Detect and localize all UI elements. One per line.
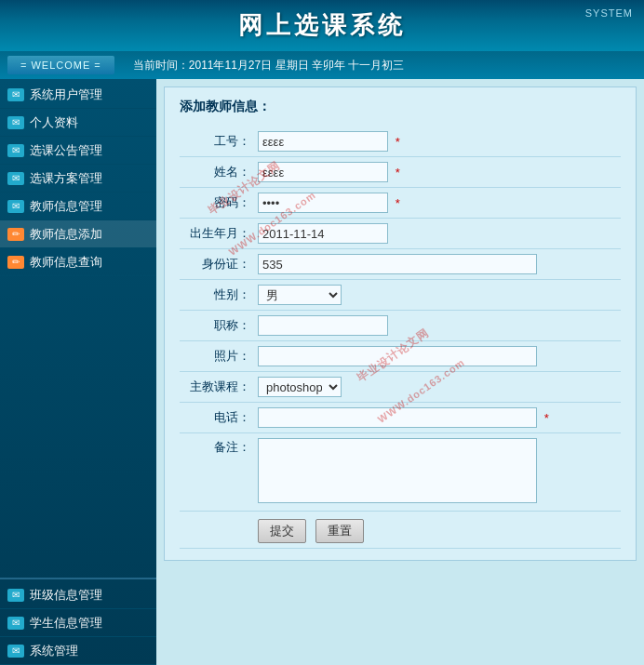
sidebar-item-plan[interactable]: 选课方案管理: [0, 165, 156, 193]
envelope-icon: [7, 172, 24, 185]
header: 网上选课系统 SYSTEM: [0, 0, 644, 51]
sidebar-item-student[interactable]: 学生信息管理: [0, 609, 156, 637]
required-star: *: [396, 166, 400, 180]
section-title: 添加教师信息：: [180, 99, 621, 115]
sidebar-item-profile[interactable]: 个人资料: [0, 109, 156, 137]
bottom-sidebar: 班级信息管理 学生信息管理 系统管理: [0, 578, 156, 665]
envelope-icon: [7, 116, 24, 129]
sidebar-item-teacher-add[interactable]: 教师信息添加: [0, 220, 156, 248]
sidebar-item-teacher-query[interactable]: 教师信息查询: [0, 248, 156, 276]
reset-button[interactable]: 重置: [315, 519, 364, 543]
table-row: 工号： *: [180, 126, 621, 157]
table-row: 备注：: [180, 433, 621, 512]
submit-button[interactable]: 提交: [258, 519, 306, 543]
required-star: *: [396, 135, 400, 149]
app-title: 网上选课系统: [238, 9, 406, 42]
title-label: 职称：: [180, 311, 254, 341]
course-label: 主教课程：: [180, 372, 254, 403]
sidebar-item-notice[interactable]: 选课公告管理: [0, 137, 156, 165]
required-star: *: [544, 411, 549, 425]
gender-label: 性别：: [180, 280, 254, 311]
table-row: 主教课程： photoshop Illustrator CorelDRAW Fl…: [180, 372, 621, 403]
phone-label: 电话：: [180, 403, 254, 433]
table-row: 姓名： *: [180, 157, 621, 188]
sidebar-label: 个人资料: [30, 114, 78, 131]
sidebar-label: 选课公告管理: [30, 142, 102, 159]
sidebar-label: 教师信息管理: [30, 198, 102, 215]
envelope-icon: [7, 645, 24, 658]
sidebar-label: 教师信息查询: [30, 254, 102, 271]
password-label: 密码：: [180, 188, 254, 219]
sidebar-label: 学生信息管理: [30, 615, 102, 632]
sidebar-item-class[interactable]: 班级信息管理: [0, 581, 156, 609]
sidebar-label: 系统用户管理: [30, 86, 102, 103]
name-input[interactable]: [258, 162, 388, 182]
sidebar: 系统用户管理 个人资料 选课公告管理 选课方案管理 教师信息管理 教师信息添加 …: [0, 79, 156, 665]
phone-input[interactable]: [258, 407, 537, 428]
gender-select[interactable]: 男 女: [258, 285, 342, 305]
system-label: SYSTEM: [585, 7, 633, 19]
notes-label: 备注：: [180, 433, 254, 512]
envelope-icon: [7, 144, 24, 157]
table-row: 出生年月：: [180, 219, 621, 249]
table-row: 提交 重置: [180, 512, 621, 549]
birthday-label: 出生年月：: [180, 219, 254, 249]
title-input[interactable]: [258, 315, 388, 336]
sidebar-item-system[interactable]: 系统管理: [0, 637, 156, 665]
password-input[interactable]: [258, 193, 388, 213]
course-select[interactable]: photoshop Illustrator CorelDRAW Flash: [258, 377, 342, 397]
table-row: 身份证：: [180, 249, 621, 280]
notes-textarea[interactable]: [258, 438, 537, 503]
idcard-input[interactable]: [258, 254, 537, 274]
envelope-icon: [7, 589, 24, 602]
sidebar-label: 选课方案管理: [30, 170, 102, 187]
name-label: 姓名：: [180, 157, 254, 188]
idcard-label: 身份证：: [180, 249, 254, 280]
datetime-label: 当前时间：2011年11月27日 星期日 辛卯年 十一月初三: [133, 58, 404, 73]
sidebar-item-user-management[interactable]: 系统用户管理: [0, 81, 156, 109]
topbar: = WELCOME = 当前时间：2011年11月27日 星期日 辛卯年 十一月…: [0, 51, 644, 79]
table-row: 性别： 男 女: [180, 280, 621, 311]
pencil-icon: [7, 256, 24, 269]
gonghu-label: 工号：: [180, 126, 254, 157]
envelope-icon: [7, 88, 24, 101]
required-star: *: [396, 196, 400, 210]
table-row: 职称：: [180, 311, 621, 341]
form-container: 添加教师信息： 工号： * 姓名： *: [164, 86, 637, 561]
envelope-icon: [7, 200, 24, 213]
photo-label: 照片：: [180, 341, 254, 372]
main-layout: 系统用户管理 个人资料 选课公告管理 选课方案管理 教师信息管理 教师信息添加 …: [0, 79, 644, 665]
sidebar-label: 教师信息添加: [30, 226, 102, 243]
gonghu-input[interactable]: [258, 131, 388, 152]
sidebar-item-teacher-manage[interactable]: 教师信息管理: [0, 193, 156, 220]
pencil-icon: [7, 228, 24, 241]
table-row: 密码： *: [180, 188, 621, 219]
birthday-input[interactable]: [258, 223, 388, 244]
table-row: 照片：: [180, 341, 621, 372]
sidebar-label: 系统管理: [30, 643, 78, 659]
welcome-badge: = WELCOME =: [7, 56, 114, 74]
sidebar-label: 班级信息管理: [30, 587, 102, 604]
photo-input[interactable]: [258, 346, 537, 366]
content-area: 添加教师信息： 工号： * 姓名： *: [156, 79, 644, 665]
envelope-icon: [7, 617, 24, 630]
teacher-form: 工号： * 姓名： * 密码：: [180, 126, 621, 549]
welcome-text: = WELCOME =: [20, 60, 101, 71]
table-row: 电话： *: [180, 403, 621, 433]
